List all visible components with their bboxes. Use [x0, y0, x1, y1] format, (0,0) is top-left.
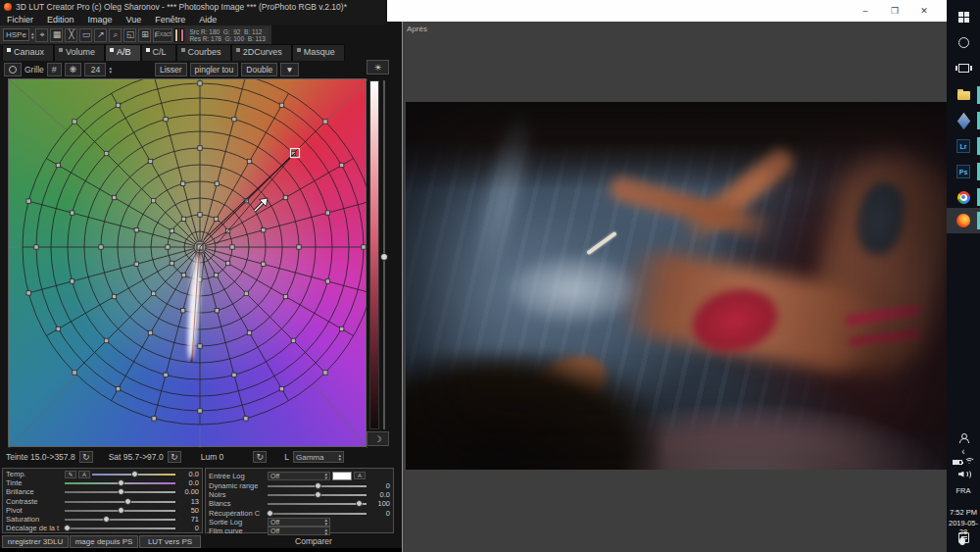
mesh-node[interactable]	[70, 279, 74, 283]
luminance-reset-button[interactable]: ↻	[253, 451, 267, 463]
mesh-node[interactable]	[198, 81, 202, 85]
dropdown-film-curve[interactable]: Off▴▾	[268, 527, 330, 535]
mesh-node[interactable]	[339, 326, 343, 330]
menu-item-image[interactable]: Image	[81, 15, 120, 25]
mesh-node[interactable]	[104, 338, 108, 342]
taskbar-icon-lightroom[interactable]: Lr	[947, 133, 980, 159]
mesh-node[interactable]	[323, 371, 327, 375]
taskbar-icon-task-view[interactable]	[947, 55, 980, 80]
slider-handle[interactable]	[64, 525, 71, 531]
eyedropper-button[interactable]: ✎	[65, 471, 76, 478]
log-color-swatch[interactable]	[332, 472, 352, 480]
mesh-node[interactable]	[170, 228, 173, 232]
mesh-node[interactable]	[339, 163, 343, 167]
hue-reset-button[interactable]: ↻	[79, 451, 93, 463]
slider-track[interactable]	[268, 500, 367, 507]
slider-handle[interactable]	[118, 507, 124, 514]
mesh-node[interactable]	[214, 217, 218, 221]
tab-canaux[interactable]: Canaux	[2, 44, 54, 61]
source-color-swatch[interactable]	[174, 28, 178, 42]
grid-count-value[interactable]: 24	[84, 63, 106, 76]
mesh-node[interactable]	[362, 245, 366, 249]
mesh-node[interactable]	[247, 159, 251, 163]
mesh-node[interactable]	[225, 261, 229, 265]
dropdown-sortie-log[interactable]: Off▴▾	[268, 518, 330, 527]
mesh-node[interactable]	[112, 195, 116, 199]
luminance-handle[interactable]	[380, 253, 388, 261]
clock-time[interactable]: 7:52 PM	[947, 508, 980, 517]
slider-handle[interactable]	[131, 471, 138, 477]
web-grid-button[interactable]: ❋	[65, 63, 82, 76]
mesh-node[interactable]	[164, 373, 168, 376]
grid-mesh[interactable]	[23, 79, 368, 425]
tab-volume[interactable]: Volume	[54, 44, 105, 61]
slider-track[interactable]	[65, 488, 175, 495]
mesh-node[interactable]	[215, 309, 219, 313]
slider-track[interactable]	[65, 507, 175, 514]
hidden-icons-chevron[interactable]: ‹	[947, 446, 980, 457]
mesh-node[interactable]	[247, 330, 251, 334]
mesh-node[interactable]	[198, 344, 202, 348]
mesh-node[interactable]	[134, 262, 138, 266]
taskbar-icon-file-explorer[interactable]	[947, 82, 980, 108]
mesh-node[interactable]	[56, 326, 60, 330]
dropdown-entr-e-log[interactable]: Off▴▾	[268, 472, 330, 480]
mesh-node[interactable]	[151, 198, 155, 202]
menu-item-vue[interactable]: Vue	[120, 15, 149, 25]
slider-track[interactable]	[92, 471, 175, 477]
mesh-node[interactable]	[180, 181, 184, 185]
mesh-tool-icon[interactable]: ▦	[50, 28, 63, 42]
mesh-node[interactable]	[148, 330, 152, 334]
menu-item-edition[interactable]: Edition	[40, 15, 81, 25]
image-from-ps-button[interactable]: mage depuis PS	[70, 535, 138, 548]
mesh-node[interactable]	[152, 417, 156, 421]
mesh-node[interactable]	[116, 103, 120, 107]
slider-track[interactable]	[65, 498, 175, 505]
square-grid-button[interactable]: #	[47, 63, 62, 76]
mesh-node[interactable]	[116, 386, 120, 390]
mesh-node[interactable]	[214, 273, 218, 276]
mesh-node[interactable]	[283, 294, 287, 298]
mesh-node[interactable]	[73, 120, 76, 124]
people-icon[interactable]	[947, 433, 980, 442]
mesh-node[interactable]	[148, 159, 152, 163]
mesh-node[interactable]	[151, 291, 155, 295]
menu-item-aide[interactable]: Aide	[192, 15, 223, 25]
mesh-node[interactable]	[26, 199, 30, 203]
restore-button[interactable]: ❐	[880, 0, 909, 22]
slider-handle[interactable]	[118, 488, 124, 495]
mesh-node[interactable]	[70, 211, 74, 215]
pin-tool-icon[interactable]: ↗	[94, 28, 107, 42]
mesh-node[interactable]	[297, 245, 301, 249]
auto-button[interactable]: A	[354, 472, 366, 479]
saturation-reset-button[interactable]: ↻	[168, 451, 181, 463]
minimize-button[interactable]: –	[851, 0, 880, 22]
mesh-node[interactable]	[180, 309, 184, 313]
slider-handle[interactable]	[124, 498, 131, 505]
mesh-node[interactable]	[279, 386, 283, 390]
language-indicator[interactable]: FRA	[947, 486, 980, 495]
slider-track[interactable]	[268, 491, 367, 498]
slider-handle[interactable]	[315, 482, 321, 489]
mesh-node[interactable]	[170, 261, 173, 265]
brightness-sun-button[interactable]: ☀	[367, 60, 389, 75]
slider-track[interactable]	[65, 525, 175, 531]
slider-handle[interactable]	[315, 491, 321, 498]
tab-a-b[interactable]: A/B	[105, 44, 141, 61]
marquee-tool-icon[interactable]: ▭	[79, 28, 92, 42]
mode-select[interactable]: HSPe	[3, 28, 29, 41]
mesh-node[interactable]	[164, 117, 168, 121]
menu-item-fichier[interactable]: Fichier	[0, 15, 40, 25]
mesh-node[interactable]	[34, 245, 38, 249]
preview-titlebar[interactable]: – ❐ ✕	[387, 0, 947, 22]
mesh-node[interactable]	[262, 262, 266, 266]
slider-handle[interactable]	[267, 510, 273, 517]
mesh-node[interactable]	[198, 213, 202, 217]
mesh-node[interactable]	[244, 417, 248, 421]
battery-wifi-tray[interactable]	[947, 458, 980, 466]
color-circle-button[interactable]	[4, 63, 22, 76]
tab-2dcurves[interactable]: 2DCurves	[231, 44, 292, 61]
luminance-gradient-bar[interactable]	[369, 80, 379, 429]
mesh-node[interactable]	[134, 227, 138, 231]
grid-dropdown-button[interactable]: ▼	[280, 63, 298, 76]
